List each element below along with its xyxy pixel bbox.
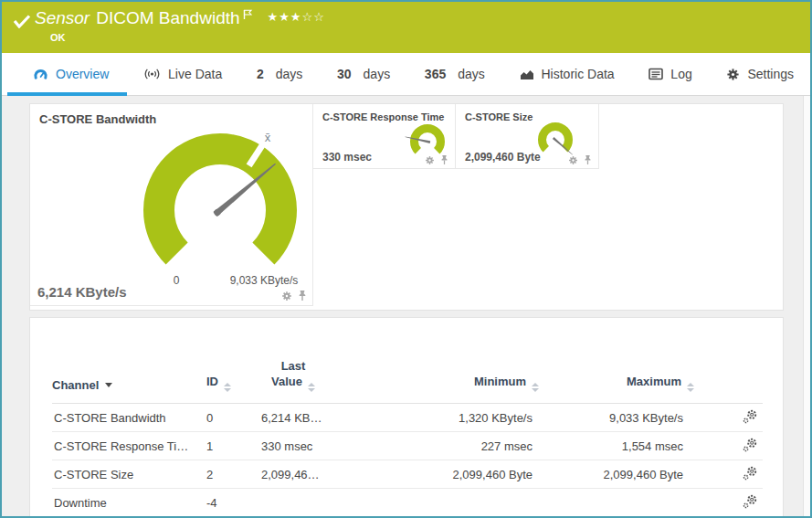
maximum-cell: 1,554 msec <box>539 432 694 460</box>
gauge-current-value: 2,099,460 Byte <box>465 151 541 164</box>
channel-name-cell[interactable]: C-STORE Bandwidth <box>52 404 206 432</box>
pin-icon[interactable] <box>440 154 448 165</box>
sort-icons <box>687 383 694 392</box>
column-header-maximum[interactable]: Maximum <box>539 345 694 404</box>
column-header-actions <box>694 345 763 404</box>
gauge-current-value: 330 msec <box>322 151 372 164</box>
tab-log[interactable]: Log <box>643 53 697 95</box>
scrollbar-track[interactable] <box>803 96 810 516</box>
column-label: Maximum <box>627 375 681 388</box>
stars-empty: ☆☆ <box>302 10 325 24</box>
area-chart-icon <box>520 68 534 80</box>
flag-icon[interactable] <box>243 9 253 20</box>
tab-settings-label: Settings <box>747 67 794 81</box>
column-header-last-value[interactable]: Last Value <box>261 345 429 404</box>
tab-365-days[interactable]: 365 days <box>419 53 490 95</box>
channels-panel: Channel ID Last Value Minimum <box>29 317 784 516</box>
tab-log-label: Log <box>670 67 691 81</box>
channel-settings-gears-icon[interactable] <box>743 408 758 424</box>
gauge-settings-gear-icon[interactable] <box>425 155 435 165</box>
tab-bar: Overview Live Data 2 days 30 days 365 da… <box>2 53 810 96</box>
tab-live-data-label: Live Data <box>168 67 222 81</box>
live-data-icon <box>143 68 161 80</box>
channel-name-cell[interactable]: Downtime <box>52 489 206 517</box>
bandwidth-gauge: x̄ <box>133 119 307 292</box>
tab-30-days-number: 30 <box>337 67 352 81</box>
log-list-icon <box>649 68 663 80</box>
column-label: Minimum <box>474 375 526 388</box>
pin-icon[interactable] <box>584 154 592 165</box>
overview-page: C-STORE Bandwidth x̄ 0 9,033 KByte/s 6,2… <box>2 96 810 516</box>
stars-filled: ★★★ <box>268 10 302 24</box>
sort-desc-icon <box>105 383 112 387</box>
app-window: Sensor DICOM Bandwidth ★★★☆☆ OK Overview <box>0 0 812 518</box>
tab-2-days-word: days <box>276 67 303 81</box>
channel-id-cell: 2 <box>206 460 261 489</box>
channel-settings-gears-icon[interactable] <box>743 465 758 481</box>
gauge-title: C-STORE Size <box>465 111 533 122</box>
column-label: ID <box>206 375 218 388</box>
channel-name-cell[interactable]: C-STORE Response Ti… <box>52 432 206 460</box>
last-value-cell: 2,099,46… <box>261 460 429 489</box>
sensor-banner: Sensor DICOM Bandwidth ★★★☆☆ OK <box>2 2 810 53</box>
tab-historic-data-label: Historic Data <box>542 67 615 81</box>
maximum-cell: 9,033 KByte/s <box>539 404 694 432</box>
channel-settings-gears-icon[interactable] <box>743 437 758 452</box>
gauge-scale-min: 0 <box>162 274 191 287</box>
last-value-cell: 6,214 KB… <box>261 404 429 432</box>
sensor-title: Sensor DICOM Bandwidth ★★★☆☆ <box>35 8 325 28</box>
column-label-line2: Value <box>271 375 302 388</box>
sensor-name-label: DICOM Bandwidth <box>96 8 239 28</box>
gauge-tile-size[interactable]: C-STORE Size 2,099,460 Byte <box>456 104 599 169</box>
gauge-tile-response-time[interactable]: C-STORE Response Time 330 msec <box>313 104 456 169</box>
maximum-cell: 2,099,460 Byte <box>539 460 694 489</box>
minimum-cell <box>429 489 539 517</box>
tab-30-days[interactable]: 30 days <box>332 53 395 95</box>
tab-overview-label: Overview <box>56 67 109 81</box>
column-header-minimum[interactable]: Minimum <box>429 345 539 404</box>
tab-365-days-number: 365 <box>425 67 446 81</box>
minimum-cell: 1,320 KByte/s <box>429 404 539 432</box>
gauge-current-value: 6,214 KByte/s <box>37 284 127 300</box>
tab-live-data[interactable]: Live Data <box>138 53 227 95</box>
sort-icons <box>224 383 231 392</box>
channel-settings-gears-icon[interactable] <box>743 493 758 509</box>
tab-overview[interactable]: Overview <box>27 53 114 95</box>
table-row[interactable]: C-STORE Response Ti… 1 330 msec 227 msec… <box>52 432 763 460</box>
status-ok-icon <box>13 15 31 28</box>
column-header-channel[interactable]: Channel <box>52 345 206 404</box>
channel-id-cell: 0 <box>206 404 261 432</box>
pin-icon[interactable] <box>298 290 307 301</box>
tab-2-days-number: 2 <box>257 67 264 81</box>
channel-name-cell[interactable]: C-STORE Size <box>52 460 206 489</box>
sort-icons <box>308 383 315 392</box>
object-kind-label: Sensor <box>35 8 90 28</box>
column-header-id[interactable]: ID <box>206 345 261 404</box>
tab-settings[interactable]: Settings <box>721 53 799 95</box>
gauge-settings-gear-icon[interactable] <box>281 291 292 301</box>
column-label: Channel <box>52 378 99 392</box>
priority-stars[interactable]: ★★★☆☆ <box>268 11 325 23</box>
sort-icons <box>532 383 539 392</box>
last-value-cell <box>261 489 429 517</box>
tab-30-days-word: days <box>364 67 391 81</box>
last-value-cell: 330 msec <box>261 432 429 460</box>
minimum-cell: 227 msec <box>429 432 539 460</box>
minimum-cell: 2,099,460 Byte <box>429 460 539 489</box>
table-row[interactable]: C-STORE Bandwidth 0 6,214 KB… 1,320 KByt… <box>52 404 763 432</box>
gauge-tile-bandwidth[interactable]: C-STORE Bandwidth x̄ 0 9,033 KByte/s 6,2… <box>30 104 313 306</box>
tab-historic-data[interactable]: Historic Data <box>514 53 620 95</box>
table-header-row: Channel ID Last Value Minimum <box>52 345 763 404</box>
tab-2-days[interactable]: 2 days <box>251 53 308 95</box>
gauge-settings-gear-icon[interactable] <box>568 155 578 165</box>
column-label-line1: Last <box>261 358 325 374</box>
channel-id-cell: -4 <box>206 489 261 517</box>
gauge-scale-max: 9,033 KByte/s <box>208 274 320 287</box>
sensor-status-badge: OK <box>50 32 66 43</box>
channel-id-cell: 1 <box>206 432 261 460</box>
table-row[interactable]: C-STORE Size 2 2,099,46… 2,099,460 Byte … <box>52 460 763 489</box>
average-marker-label: x̄ <box>265 131 271 144</box>
channels-table: Channel ID Last Value Minimum <box>52 345 763 517</box>
table-row[interactable]: Downtime -4 <box>52 489 763 517</box>
gear-icon <box>726 68 740 81</box>
